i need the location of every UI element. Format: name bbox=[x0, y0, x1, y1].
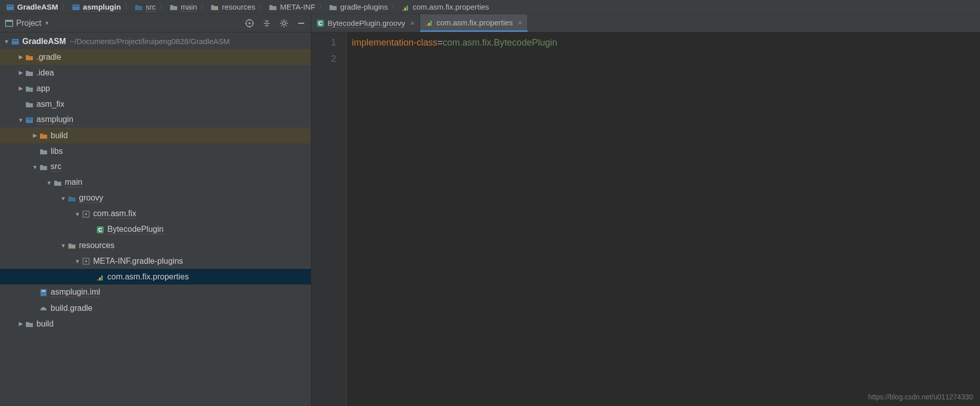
breadcrumb-separator: 〉 bbox=[61, 2, 69, 12]
breadcrumb-label: src bbox=[146, 3, 156, 12]
folder-src-icon bbox=[135, 3, 143, 11]
breadcrumb-separator: 〉 bbox=[159, 2, 167, 12]
project-view-selector[interactable]: Project ▼ bbox=[5, 19, 50, 28]
code-content[interactable]: implementation-class=com.asm.fix.Bytecod… bbox=[347, 32, 980, 406]
tree-item[interactable]: ▼asmplugin bbox=[0, 112, 311, 128]
project-tree[interactable]: ▼ GradleASM ~/Documents/Project/liruipen… bbox=[0, 32, 311, 406]
tree-root[interactable]: ▼ GradleASM ~/Documents/Project/liruipen… bbox=[0, 33, 311, 49]
breadcrumb-label: com.asm.fix.properties bbox=[413, 3, 489, 11]
folder-res-icon bbox=[211, 3, 219, 11]
folder-res-icon bbox=[68, 241, 76, 250]
tree-item-label: resources bbox=[79, 241, 114, 250]
close-icon[interactable]: × bbox=[410, 19, 415, 27]
tree-item-label: .gradle bbox=[36, 53, 61, 62]
props-icon bbox=[401, 3, 410, 11]
tree-item-label: build bbox=[36, 319, 54, 329]
tree-item[interactable]: ▼main bbox=[0, 175, 311, 190]
expand-arrow-icon[interactable]: ▶ bbox=[17, 69, 24, 76]
tree-item-label: src bbox=[51, 162, 61, 172]
gear-icon[interactable] bbox=[279, 19, 289, 28]
tree-item[interactable]: ▶.gradle bbox=[0, 49, 311, 65]
minimize-icon[interactable] bbox=[297, 19, 306, 28]
tree-item[interactable]: com.asm.fix.properties bbox=[0, 269, 311, 285]
folder-icon bbox=[25, 69, 33, 77]
breadcrumb-item[interactable]: META-INF bbox=[267, 3, 317, 11]
tree-item[interactable]: ▶.idea bbox=[0, 65, 311, 80]
breadcrumb-item[interactable]: resources bbox=[209, 3, 257, 11]
collapse-arrow-icon[interactable]: ▼ bbox=[46, 180, 53, 186]
svg-rect-1 bbox=[8, 6, 13, 7]
sidebar-toolbar bbox=[245, 19, 306, 28]
watermark: https://blog.csdn.net/u011274330 bbox=[868, 393, 973, 401]
sidebar-header: Project ▼ bbox=[0, 14, 311, 32]
svg-rect-31 bbox=[27, 118, 32, 119]
close-icon[interactable]: × bbox=[518, 18, 522, 27]
breadcrumb-item[interactable]: GradleASM bbox=[4, 3, 60, 11]
collapse-arrow-icon[interactable]: ▼ bbox=[74, 211, 81, 217]
tree-item[interactable]: ▼com.asm.fix bbox=[0, 206, 311, 222]
breadcrumb-item[interactable]: com.asm.fix.properties bbox=[399, 3, 491, 11]
tree-item[interactable]: CBytecodePlugin bbox=[0, 222, 311, 237]
folder-icon bbox=[170, 3, 178, 11]
breadcrumb-item[interactable]: gradle-plugins bbox=[327, 3, 390, 11]
expand-arrow-icon[interactable]: ▶ bbox=[17, 85, 24, 92]
tab-label: BytecodePlugin.groovy bbox=[328, 19, 405, 28]
tree-item[interactable]: ▶app bbox=[0, 80, 311, 96]
breadcrumb-label: asmplugin bbox=[83, 3, 121, 12]
tree-item-label: com.asm.fix bbox=[93, 209, 136, 219]
collapse-arrow-icon[interactable]: ▼ bbox=[3, 38, 10, 45]
editor-tab[interactable]: com.asm.fix.properties× bbox=[420, 14, 528, 32]
code-editor[interactable]: 12 implementation-class=com.asm.fix.Byte… bbox=[311, 32, 980, 406]
svg-text:C: C bbox=[318, 20, 322, 26]
editor-tab[interactable]: CBytecodePlugin.groovy× bbox=[311, 14, 420, 32]
expand-arrow-icon[interactable]: ▶ bbox=[31, 132, 38, 139]
folder-orange-icon bbox=[25, 53, 33, 61]
svg-line-25 bbox=[286, 20, 287, 21]
breadcrumb-item[interactable]: asmplugin bbox=[70, 3, 123, 12]
folder-icon bbox=[39, 147, 48, 155]
sidebar-title-label: Project bbox=[16, 19, 42, 28]
breadcrumb-label: GradleASM bbox=[17, 3, 58, 11]
svg-rect-30 bbox=[26, 117, 33, 123]
tree-item[interactable]: ▶build bbox=[0, 128, 311, 143]
tree-item[interactable]: ▼groovy bbox=[0, 190, 311, 206]
module-icon bbox=[25, 116, 33, 124]
collapse-arrow-icon[interactable]: ▼ bbox=[17, 117, 24, 123]
expand-arrow-icon[interactable]: ▶ bbox=[17, 54, 24, 60]
folder-orange-icon bbox=[39, 132, 48, 140]
collapse-arrow-icon[interactable]: ▼ bbox=[60, 195, 67, 201]
tree-item[interactable]: ▼resources bbox=[0, 237, 311, 253]
tree-item[interactable]: build.gradle bbox=[0, 300, 311, 316]
svg-rect-36 bbox=[72, 246, 75, 248]
svg-rect-27 bbox=[12, 39, 19, 45]
editor-area: CBytecodePlugin.groovy×com.asm.fix.prope… bbox=[311, 14, 980, 406]
tree-item-label: asm_fix bbox=[36, 100, 64, 109]
line-number: 2 bbox=[311, 51, 336, 67]
breadcrumb-item[interactable]: main bbox=[168, 3, 199, 12]
tree-item[interactable]: asmplugin.iml bbox=[0, 285, 311, 300]
tree-item[interactable]: ▼src bbox=[0, 159, 311, 175]
collapse-arrow-icon[interactable]: ▼ bbox=[74, 258, 81, 264]
gradle-icon bbox=[39, 304, 48, 312]
breadcrumb-label: META-INF bbox=[280, 3, 315, 11]
equals-sign: = bbox=[437, 37, 443, 48]
tree-item[interactable]: ▶build bbox=[0, 316, 311, 332]
svg-point-29 bbox=[30, 89, 33, 92]
locate-icon[interactable] bbox=[245, 19, 254, 28]
breadcrumb-item[interactable]: src bbox=[133, 3, 158, 12]
breadcrumb: GradleASM〉asmplugin〉src〉main〉resources〉M… bbox=[0, 0, 980, 14]
property-key: implementation-class bbox=[352, 37, 437, 48]
collapse-icon[interactable] bbox=[262, 19, 271, 28]
svg-rect-9 bbox=[6, 20, 13, 22]
tree-item-label: asmplugin bbox=[36, 115, 73, 125]
folder-icon bbox=[269, 3, 277, 11]
breadcrumb-separator: 〉 bbox=[318, 2, 326, 12]
tree-item[interactable]: asm_fix bbox=[0, 96, 311, 112]
tree-item[interactable]: ▼META-INF.gradle-plugins bbox=[0, 253, 311, 269]
expand-arrow-icon[interactable]: ▶ bbox=[17, 320, 24, 327]
collapse-arrow-icon[interactable]: ▼ bbox=[31, 164, 38, 170]
tree-item[interactable]: libs bbox=[0, 143, 311, 159]
collapse-arrow-icon[interactable]: ▼ bbox=[60, 242, 67, 249]
svg-line-23 bbox=[286, 25, 287, 26]
svg-rect-5 bbox=[402, 10, 404, 11]
